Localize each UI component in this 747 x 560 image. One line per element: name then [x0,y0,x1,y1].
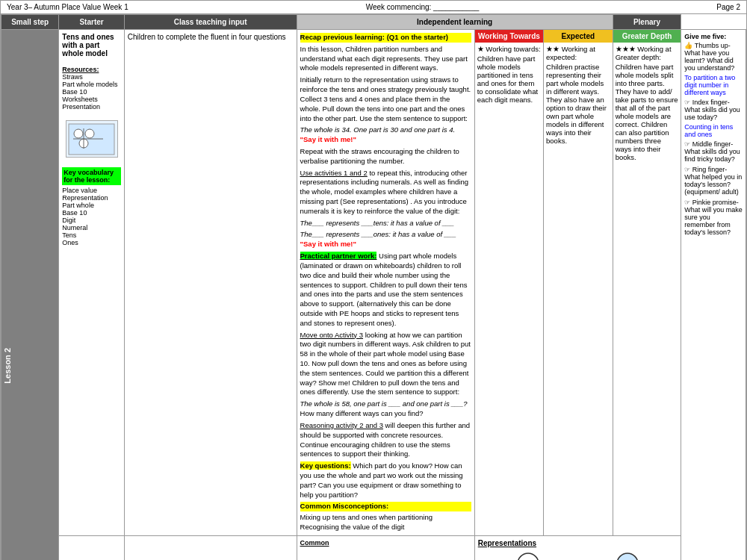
exp-header: Expected [544,30,613,43]
ci-reasoning: Reasoning activity 2 and 3 [300,421,383,429]
exp-desc: Children practise representing their par… [546,63,610,145]
col-header-plenary: Plenary [613,15,681,30]
svg-point-1 [74,129,83,138]
misconception-1: Mixing up tens and ones when partitionin… [300,513,471,523]
common-label: Common [300,539,471,547]
resource-presentation: Presentation [62,103,100,111]
vocab-2: Representation [62,194,120,202]
resources-label: Resources: [62,66,99,73]
ci-stem4-italic: The whole is 58, one part is ___ and one… [300,399,468,408]
resource-pwm: Part whole models [62,81,117,88]
lesson-number-label: Lesson 2 [3,348,12,384]
col-header-starter: Starter [59,15,124,30]
gd-desc: Children have part whole models split in… [616,63,679,161]
greater-depth-cell: Greater Depth ★★★ Working at Greater dep… [613,30,681,536]
plenary-index-blue: Counting in tens and ones [684,123,743,138]
class-input-cell: Recap previous learning: (Q1 on the star… [297,30,474,536]
straws-svg [483,550,573,560]
recap-label: Recap previous learning: (Q1 on the star… [300,33,471,43]
working-towards-cell: Working Towards ★ Working towards: Child… [474,30,543,536]
col-header-independent: Independent learning [297,15,613,30]
rep-missing-wholes: ? 30 4 2. Missing wholes [578,550,678,560]
vocab-1: Place value [62,187,120,194]
ci-key-q-label: Key questions: [300,461,351,470]
wt-header: Working Towards [475,30,543,43]
vocab-5: Digit [62,217,120,224]
ci-para3: Repeat with the straws encouraging the c… [300,147,471,167]
vocab-4: Base 10 [62,209,120,217]
ci-activities-text: Use activities 1 and 2 [300,169,368,177]
svg-point-6 [518,553,539,560]
vocab-6: Numeral [62,224,120,231]
rep-straws: 1. Bundles of straws [478,550,578,560]
resource-base10: Base 10 [62,88,87,96]
resource-worksheets: Worksheets [62,96,97,103]
wt-desc: Children have part whole models partitio… [477,55,541,104]
page-number: Page 2 [716,3,740,11]
expected-cell: Expected ★★ Working at expected: Childre… [544,30,613,536]
plenary-middle: ☞ Middle finger- What skills did you fin… [684,140,743,163]
gd-header: Greater Depth [613,30,681,43]
page-title: Year 3– Autumn Place Value Week 1 [7,3,128,11]
plenary-ring: ☞ Ring finger- What helped you in today'… [684,166,743,196]
ci-misconceptions-label: Common Misconceptions: [300,502,471,511]
svg-point-2 [85,129,94,138]
small-step-bottom [59,535,124,560]
plenary-cell: Give me five: 👍 Thumbs up- What have you… [681,30,746,561]
ci-stem1-red: "Say it with me!" [300,135,357,143]
starter-desc: Children to complete the fluent in four … [128,33,286,41]
ci-activity3-text: Move onto Activity 3 [300,331,363,339]
rep-label: Representations [478,539,678,547]
col-header-small-step: Small step [1,15,59,30]
starter-cell: Children to complete the fluent in four … [124,30,297,536]
resource-straws: Straws [62,73,83,81]
plenary-title: Give me five: [684,33,743,40]
gd-star: ★★★ [616,45,636,53]
lesson-number-cell: Lesson 2 [1,30,59,561]
plenary-thumb: 👍 Thumbs up- What have you learnt? What … [684,42,743,72]
ci-stem2: The___ represents ___tens: it has a valu… [300,219,471,228]
vocab-7: Tens [62,231,120,239]
ci-practical-rest: Using part whole models (laminated or dr… [300,252,468,327]
vocab-3: Part whole [62,202,120,209]
ci-stem3-italic: The___ represents ___ones: it has a valu… [300,230,456,238]
rep-row-1: 1. Bundles of straws ? [478,550,678,560]
missing-wholes-svg: ? 30 4 [583,550,672,560]
wt-label: Working towards: [486,45,540,53]
wt-star: ★ [477,45,484,53]
starter-bottom [124,535,297,560]
vocab-8: Ones [62,239,120,246]
small-step-title: Tens and ones with a part whole model [62,33,120,57]
plenary-pinkie: ☞ Pinkie promise- What will you make sur… [684,199,743,236]
plenary-index-label: To partition a two digit number in diffe… [684,74,743,96]
misconception-2: Recognising the value of the digit [300,523,471,532]
col-header-class-input: Class teaching input [124,15,297,30]
key-vocab-label: Key vocabulary for the lesson: [62,167,120,185]
ci-activity3-rest: looking at how we can partition two digi… [300,331,471,396]
ci-practical-label: Practical partner work: [300,252,377,260]
ci-para2: Initially return to the representation u… [300,75,471,123]
week-commencing: Week commencing: ___________ [128,3,717,11]
ci-para1: In this lesson, Children partition numbe… [300,45,471,73]
exp-star: ★★ [546,45,560,53]
ci-stem4-rest: How many different ways can you find? [300,409,424,417]
small-step-cell: Tens and ones with a part whole model Re… [59,30,124,536]
ci-stem1-italic: The whole is 34. One part is 30 and one … [300,125,456,134]
thumbnail-image [66,120,118,158]
plenary-index: ☞ Index finger- What skills did you use … [684,99,743,121]
class-input-bottom: Common [297,535,474,560]
thumbnail-svg [67,122,116,156]
ci-stem3-red: "Say it with me!" [300,240,357,248]
representations-cell: Representations [474,535,681,560]
